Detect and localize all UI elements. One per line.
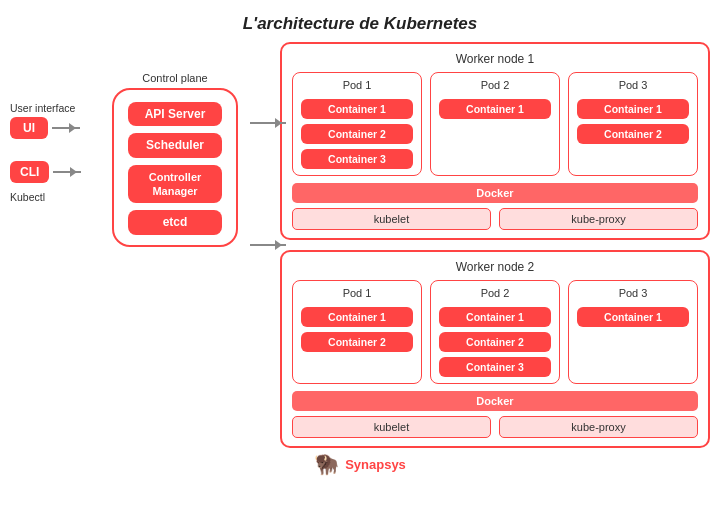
w1p1-c3: Container 3: [301, 149, 413, 169]
brand-name: Synapsys: [345, 457, 406, 472]
cp-arrows: [250, 42, 280, 246]
ui-box: UI: [10, 117, 48, 139]
w2p2-c2: Container 2: [439, 332, 551, 352]
diagram: User interface UI CLI Kubectl Control pl…: [0, 42, 720, 448]
worker-node-1-label: Worker node 1: [292, 52, 698, 66]
api-server-btn: API Server: [128, 102, 222, 126]
control-plane-box: API Server Scheduler Controller Manager …: [112, 88, 238, 247]
worker2-pods-row: Pod 1 Container 1 Container 2 Pod 2 Cont…: [292, 280, 698, 384]
worker1-pod2: Pod 2 Container 1: [430, 72, 560, 176]
cli-arrow-row: CLI: [10, 161, 81, 183]
workers-section: Worker node 1 Pod 1 Container 1 Containe…: [280, 42, 710, 448]
worker2-pod1: Pod 1 Container 1 Container 2: [292, 280, 422, 384]
w2p1-c2: Container 2: [301, 332, 413, 352]
worker1-kubelet: kubelet: [292, 208, 491, 230]
w2p3-c1: Container 1: [577, 307, 689, 327]
w1p1-c2: Container 2: [301, 124, 413, 144]
worker2-pod2: Pod 2 Container 1 Container 2 Container …: [430, 280, 560, 384]
worker2-pod2-label: Pod 2: [439, 287, 551, 299]
scheduler-btn: Scheduler: [128, 133, 222, 157]
footer: 🦬 Synapsys: [0, 452, 720, 476]
worker1-pod1: Pod 1 Container 1 Container 2 Container …: [292, 72, 422, 176]
worker1-kubeproxy: kube-proxy: [499, 208, 698, 230]
w2p2-c3: Container 3: [439, 357, 551, 377]
controller-manager-btn: Controller Manager: [128, 165, 222, 204]
worker2-pod1-label: Pod 1: [301, 287, 413, 299]
worker1-bottom-row: kubelet kube-proxy: [292, 208, 698, 230]
worker2-bottom-row: kubelet kube-proxy: [292, 416, 698, 438]
worker1-pod3-label: Pod 3: [577, 79, 689, 91]
etcd-btn: etcd: [128, 210, 222, 234]
control-plane-section: Control plane API Server Scheduler Contr…: [100, 42, 250, 247]
ui-arrow: [52, 127, 80, 129]
ui-group: User interface UI: [10, 102, 100, 139]
ui-label: User interface: [10, 102, 75, 114]
ui-arrow-row: UI: [10, 117, 80, 139]
cli-box: CLI: [10, 161, 49, 183]
w2p2-c1: Container 1: [439, 307, 551, 327]
worker1-pod1-label: Pod 1: [301, 79, 413, 91]
worker2-pod3: Pod 3 Container 1: [568, 280, 698, 384]
worker1-pod2-label: Pod 2: [439, 79, 551, 91]
w1p2-c1: Container 1: [439, 99, 551, 119]
worker2-pod3-label: Pod 3: [577, 287, 689, 299]
worker1-docker: Docker: [292, 183, 698, 203]
kubectl-label: Kubectl: [10, 191, 45, 203]
worker1-pod3: Pod 3 Container 1 Container 2: [568, 72, 698, 176]
page-title: L'architecture de Kubernetes: [0, 0, 720, 34]
left-inputs: User interface UI CLI Kubectl: [10, 42, 100, 203]
worker-node-1: Worker node 1 Pod 1 Container 1 Containe…: [280, 42, 710, 240]
control-plane-label: Control plane: [142, 72, 207, 84]
cli-group: CLI Kubectl: [10, 161, 100, 203]
worker-node-2: Worker node 2 Pod 1 Container 1 Containe…: [280, 250, 710, 448]
synapsys-logo-icon: 🦬: [314, 452, 339, 476]
w2p1-c1: Container 1: [301, 307, 413, 327]
w1p3-c2: Container 2: [577, 124, 689, 144]
arrow-to-worker1: [250, 122, 280, 124]
worker-node-2-label: Worker node 2: [292, 260, 698, 274]
worker2-kubelet: kubelet: [292, 416, 491, 438]
arrow-to-worker2: [250, 244, 280, 246]
w1p1-c1: Container 1: [301, 99, 413, 119]
w1p3-c1: Container 1: [577, 99, 689, 119]
worker2-docker: Docker: [292, 391, 698, 411]
worker1-pods-row: Pod 1 Container 1 Container 2 Container …: [292, 72, 698, 176]
cli-arrow: [53, 171, 81, 173]
worker2-kubeproxy: kube-proxy: [499, 416, 698, 438]
